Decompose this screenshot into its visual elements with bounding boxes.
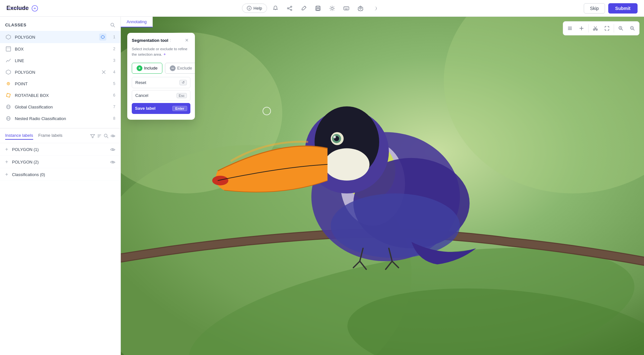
label-item-classifications[interactable]: + Classifications (0) [0,168,120,181]
svg-line-87 [633,29,634,30]
classes-panel: Classes POLYGON [0,17,120,128]
share-icon [287,5,293,11]
visibility-polygon-2[interactable] [110,159,115,165]
canvas-tool-zoom-out[interactable] [627,23,638,34]
canvas-background[interactable] [121,17,644,355]
skip-button[interactable]: Skip [584,3,605,14]
svg-line-48 [107,137,108,138]
cancel-button[interactable]: Cancel Esc [132,90,190,101]
class-item-polygon-4[interactable]: POLYGON 4 [0,66,120,78]
label-item-polygon-2[interactable]: + POLYGON (2) [0,156,120,168]
pencil-icon [301,5,307,11]
canvas-tool-cut[interactable] [590,23,601,34]
svg-rect-8 [317,6,319,8]
tab-frame-labels[interactable]: Frame labels [38,132,62,140]
segmentation-actions-area: Reset ↺ Cancel Esc Save label Enter [127,77,195,120]
class-name-line: LINE [15,58,109,63]
svg-marker-28 [6,35,11,39]
svg-point-69 [333,136,336,138]
svg-point-62 [331,193,460,258]
tab-instance-labels[interactable]: Instance labels [5,132,33,140]
search-icon[interactable] [104,133,109,139]
class-number-5: 5 [109,81,115,86]
help-button[interactable]: ? Help [242,4,267,13]
expand-classifications[interactable]: + [5,172,8,177]
label-item-polygon-1[interactable]: + POLYGON (1) [0,143,120,156]
share-button[interactable] [284,3,295,14]
settings-button[interactable] [355,3,366,14]
canvas-tool-list[interactable] [564,23,575,34]
annotating-tab[interactable]: Annotating [121,17,153,27]
svg-line-27 [113,26,115,27]
visibility-polygon-1[interactable] [110,146,115,152]
brightness-button[interactable] [326,3,338,14]
help-icon: ? [247,6,252,11]
include-icon: + [137,65,142,71]
topbar-left: Exclude [6,5,38,12]
cross-icon-polygon-4 [101,69,107,75]
classes-search-icon[interactable] [110,22,115,28]
toolbar-divider-2 [614,24,614,33]
filter-icon[interactable] [90,133,95,139]
box-icon [5,46,12,52]
svg-marker-32 [6,70,11,74]
expand-polygon-1[interactable]: + [5,146,8,152]
reset-button[interactable]: Reset ↺ [132,77,190,88]
class-item-line[interactable]: LINE 3 [0,55,120,66]
class-item-point[interactable]: POINT 5 [0,78,120,89]
instance-tools [90,133,115,139]
polygon-icon-1 [5,34,12,40]
class-item-global-classification[interactable]: Global Classification 7 [0,101,120,113]
class-item-polygon-1[interactable]: POLYGON 1 [0,31,120,43]
svg-point-10 [331,7,333,9]
submit-button[interactable]: Submit [608,3,638,14]
canvas-tool-add[interactable] [576,23,587,34]
logo-text: Exclude [6,5,29,12]
canvas-toolbar [563,21,639,35]
pencil-button[interactable] [298,3,310,14]
segmentation-modal-header: Segmentation tool : ✕ [127,33,195,45]
svg-line-83 [621,29,623,30]
class-item-rotatable-box[interactable]: ROTATABLE BOX 6 [0,89,120,101]
cancel-key: Esc [177,93,187,98]
keyboard-icon [343,5,349,11]
save-key: Enter [172,106,187,111]
notification-button[interactable] [270,3,281,14]
segmentation-close-button[interactable]: ✕ [183,37,190,44]
svg-point-36 [8,83,9,84]
polygon-tool-icon [99,33,106,41]
include-button[interactable]: + Include [132,63,162,74]
sort-icon[interactable] [97,133,102,139]
class-number-7: 7 [109,105,115,109]
svg-point-70 [212,176,228,185]
label-name-polygon-2: POLYGON (2) [12,160,110,164]
svg-line-6 [289,9,291,10]
sun-icon [329,5,335,11]
expand-polygon-2[interactable]: + [5,159,8,165]
sidebar: Classes POLYGON [0,17,121,355]
save-label-button[interactable]: Save label Enter [132,103,190,114]
class-number-6: 6 [109,93,115,98]
topbar-right: Skip Submit [584,3,638,14]
canvas-tool-zoom-in[interactable] [615,23,626,34]
class-name-polygon-4: POLYGON [15,70,101,75]
tool-cursor-circle [263,107,271,115]
segmentation-button-row: + Include − Exclude [127,61,195,77]
exclude-button[interactable]: − Exclude [165,63,195,74]
darkmode-button[interactable] [369,3,380,14]
svg-point-65 [324,148,370,181]
eye-icon[interactable] [111,133,115,139]
svg-rect-9 [316,8,320,10]
class-item-box[interactable]: BOX 2 [0,43,120,55]
canvas-image [121,17,644,355]
svg-marker-29 [101,35,104,39]
save-button[interactable] [312,3,324,14]
class-name-box: BOX [15,47,109,51]
label-name-classifications: Classifications (0) [12,172,115,177]
class-item-nested-radio[interactable]: Nested Radio Classification 8 [0,113,120,124]
svg-line-5 [289,7,291,8]
class-number-3: 3 [109,58,115,63]
canvas-tool-expand[interactable] [601,23,612,34]
class-name-polygon-1: POLYGON [15,35,99,40]
keyboard-button[interactable] [341,3,352,14]
